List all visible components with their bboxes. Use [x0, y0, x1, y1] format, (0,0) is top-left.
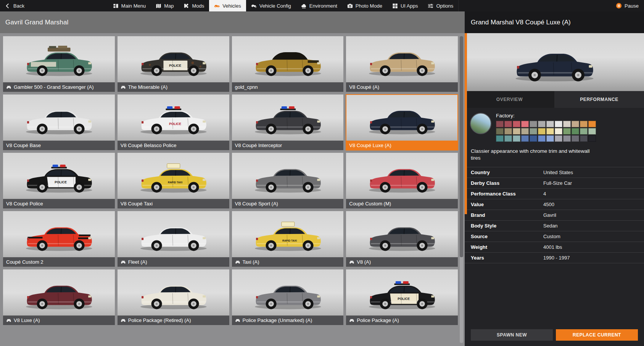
vehicle-card-v8-coup-belasco-police[interactable]: POLICEV8 Coupé Belasco Police: [118, 95, 229, 150]
paint-swatch-35[interactable]: [588, 135, 596, 142]
vehicle-card-police-package-retired-a[interactable]: Police Package (Retired) (A): [118, 269, 229, 325]
paint-swatch-17[interactable]: [538, 128, 546, 135]
vehicle-card-label: V8 Luxe (A): [3, 316, 115, 325]
paint-swatch-7[interactable]: [555, 121, 562, 127]
nav-item-options[interactable]: Options: [423, 0, 459, 11]
vehicle-card-fleet-a[interactable]: Fleet (A): [118, 211, 229, 267]
selection-accent-stripe: [465, 33, 467, 214]
vehicle-card-v8-coup-police[interactable]: POLICEV8 Coupé Police: [3, 153, 115, 208]
paint-swatch-23[interactable]: [588, 128, 596, 135]
spec-row-brand: BrandGavril: [465, 210, 644, 221]
paint-swatch-20[interactable]: [563, 128, 571, 135]
vehicle-card-v8-coup-taxi[interactable]: RAPID TAXIV8 Coupé Taxi: [118, 153, 229, 208]
paint-swatch-22[interactable]: [580, 128, 588, 135]
grid-scrollbar-thumb[interactable]: [460, 36, 463, 257]
vehicle-card-label: The Miserable (A): [118, 82, 229, 92]
paint-swatch-10[interactable]: [580, 121, 588, 127]
nav-item-ui-apps[interactable]: UI Apps: [387, 0, 423, 11]
vehicle-name: V8 Coupé Sport (A): [235, 201, 278, 207]
vehicle-card-gold-cpnn[interactable]: gold_cpnn: [232, 36, 344, 92]
paint-swatch-34[interactable]: [580, 135, 588, 142]
tab-overview[interactable]: OVERVIEW: [465, 91, 554, 108]
nav-item-main-menu[interactable]: Main Menu: [108, 0, 151, 11]
nav-item-mods[interactable]: Mods: [179, 0, 209, 11]
svg-text:POLICE: POLICE: [169, 122, 181, 126]
vehicles-icon: [214, 3, 220, 9]
paint-swatch-32[interactable]: [563, 135, 571, 142]
vehicle-name: V8 Coupé Base: [6, 143, 41, 148]
paint-swatch-12[interactable]: [496, 128, 504, 135]
paint-swatch-2[interactable]: [513, 121, 520, 127]
vehicle-card-v8-coup-interceptor[interactable]: V8 Coupé Interceptor: [232, 95, 344, 150]
nav-item-vehicles[interactable]: Vehicles: [209, 0, 246, 11]
spec-value: Gavril: [543, 212, 556, 218]
paint-swatch-21[interactable]: [572, 128, 579, 135]
paint-swatch-15[interactable]: [521, 128, 529, 135]
nav-item-environment[interactable]: Environment: [296, 0, 342, 11]
paint-swatch-6[interactable]: [546, 121, 554, 127]
detail-tabs: OVERVIEWPERFORMANCE: [465, 91, 644, 108]
nav-item-label: Environment: [309, 3, 337, 9]
vehicle-card-label: V8 Coupé Sport (A): [232, 199, 344, 208]
vehicle-card-coup-custom-m[interactable]: Coupé Custom (M): [346, 153, 458, 208]
pause-icon: [616, 3, 622, 9]
environment-icon: [301, 3, 307, 9]
detail-header: Grand Marshal V8 Coupé Luxe (A): [465, 11, 644, 33]
paint-swatch-5[interactable]: [538, 121, 546, 127]
paint-swatch-33[interactable]: [572, 135, 579, 142]
paint-swatch-3[interactable]: [521, 121, 529, 127]
paint-swatch-27[interactable]: [521, 135, 529, 142]
paint-swatch-19[interactable]: [555, 128, 562, 135]
vehicle-card-v8-luxe-a[interactable]: V8 Luxe (A): [3, 269, 115, 325]
paint-swatch-16[interactable]: [530, 128, 537, 135]
config-type-icon: [121, 85, 126, 89]
vehicle-card-police-package-unmarked-a[interactable]: Police Package (Unmarked) (A): [232, 269, 344, 325]
spawn-new-button[interactable]: SPAWN NEW: [471, 329, 553, 341]
mods-icon: [184, 3, 189, 9]
paint-swatch-1[interactable]: [504, 121, 512, 127]
vehicle-card-the-miserable-a[interactable]: POLICEThe Miserable (A): [118, 36, 229, 92]
vehicle-name: V8 Coupé Police: [6, 201, 43, 207]
page-title: Gavril Grand Marshal: [5, 19, 69, 26]
vehicle-card-v8-coup-luxe-a[interactable]: V8 Coupé Luxe (A): [346, 95, 458, 150]
paint-swatch-13[interactable]: [504, 128, 512, 135]
paint-swatch-28[interactable]: [530, 135, 537, 142]
grid-scrollbar[interactable]: [460, 36, 463, 343]
paint-swatch-8[interactable]: [563, 121, 571, 127]
vehicle-card-v8-a[interactable]: V8 (A): [346, 211, 458, 267]
paint-swatch-4[interactable]: [530, 121, 537, 127]
tab-performance[interactable]: PERFORMANCE: [554, 91, 644, 108]
replace-current-button[interactable]: REPLACE CURRENT: [556, 329, 638, 341]
nav-item-photo-mode[interactable]: Photo Mode: [342, 0, 387, 11]
paint-swatch-24[interactable]: [496, 135, 504, 142]
pause-button[interactable]: Pause: [610, 0, 644, 11]
paint-swatch-9[interactable]: [572, 121, 579, 127]
vehicle-card-coup-custom-2[interactable]: Coupé Custom 2: [3, 211, 115, 267]
paint-swatch-29[interactable]: [538, 135, 546, 142]
vehicle-card-taxi-a[interactable]: RAPID TAXITaxi (A): [232, 211, 344, 267]
vehicle-card-v8-coup-base[interactable]: V8 Coupé Base: [3, 95, 115, 150]
paint-swatch-31[interactable]: [555, 135, 562, 142]
vehicle-config-icon: [251, 3, 257, 9]
nav-item-map[interactable]: Map: [151, 0, 179, 11]
vehicle-card-label: Fleet (A): [118, 257, 229, 267]
vehicle-name: Police Package (Unmarked) (A): [243, 317, 312, 323]
paint-swatch-18[interactable]: [546, 128, 554, 135]
paint-swatch-0[interactable]: [496, 121, 504, 127]
vehicle-card-v8-coup-a[interactable]: V8 Coupé (A): [346, 36, 458, 92]
environment-thumbnail[interactable]: [470, 113, 491, 134]
nav-item-label: UI Apps: [401, 3, 418, 9]
back-button[interactable]: Back: [0, 0, 32, 11]
vehicle-card-gambler-500-grand-scavenger-a[interactable]: Gambler 500 - Grand Scavenger (A): [3, 36, 115, 92]
nav-item-vehicle-config[interactable]: Vehicle Config: [246, 0, 296, 11]
vehicle-card-police-package-a[interactable]: POLICEPolice Package (A): [346, 269, 458, 325]
paint-swatch-26[interactable]: [513, 135, 520, 142]
vehicle-card-v8-coup-sport-a[interactable]: V8 Coupé Sport (A): [232, 153, 344, 208]
svg-text:RAPID TAXI: RAPID TAXI: [282, 239, 297, 242]
paint-swatch-30[interactable]: [546, 135, 554, 142]
paint-swatch-11[interactable]: [588, 121, 596, 127]
app-window: Back Main MenuMapModsVehiclesVehicle Con…: [0, 0, 644, 346]
paint-swatch-14[interactable]: [513, 128, 520, 135]
paint-swatch-25[interactable]: [504, 135, 512, 142]
spec-row-derby-class: Derby ClassFull-Size Car: [465, 178, 644, 189]
